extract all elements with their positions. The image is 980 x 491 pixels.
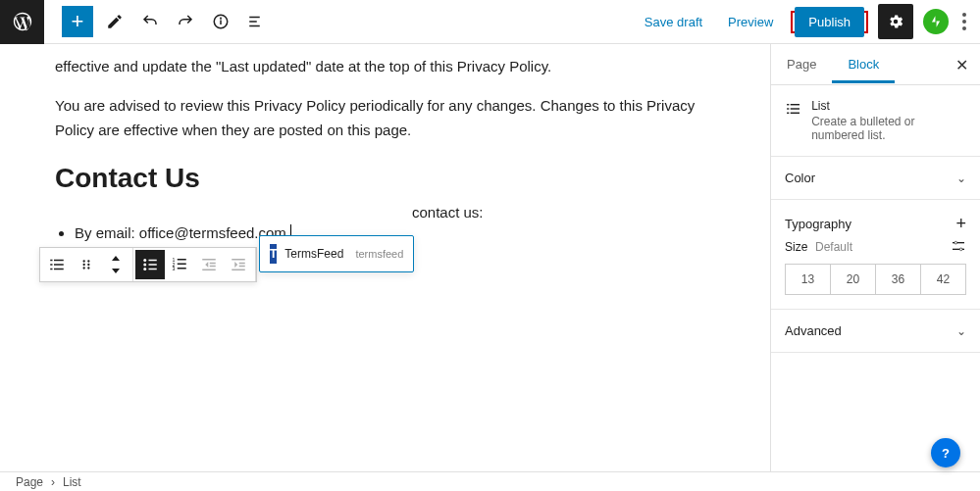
svg-rect-28 xyxy=(178,259,186,261)
svg-rect-41 xyxy=(787,104,789,105)
help-button[interactable]: ? xyxy=(931,438,960,467)
more-options-button[interactable] xyxy=(958,9,970,34)
contact-heading[interactable]: Contact Us xyxy=(55,163,711,194)
svg-rect-46 xyxy=(791,113,799,114)
drag-handle-icon[interactable] xyxy=(72,250,101,279)
block-toolbar: 123 xyxy=(39,247,257,282)
advanced-panel[interactable]: Advanced ⌄ xyxy=(771,310,980,353)
edit-mode-icon[interactable] xyxy=(101,8,129,35)
editor-canvas[interactable]: effective and update the "Last updated" … xyxy=(0,44,770,471)
svg-rect-14 xyxy=(54,269,64,270)
block-type-title: List xyxy=(811,99,966,113)
sliders-icon[interactable] xyxy=(951,238,966,254)
svg-rect-33 xyxy=(202,259,216,261)
sidebar-tabs: Page Block ✕ xyxy=(771,44,980,85)
undo-button[interactable] xyxy=(136,8,164,35)
svg-point-6 xyxy=(962,13,966,17)
size-label: Size xyxy=(785,240,807,254)
svg-point-8 xyxy=(962,26,966,30)
main-area: effective and update the "Last updated" … xyxy=(0,44,980,471)
svg-rect-26 xyxy=(149,269,157,270)
link-title: TermsFeed xyxy=(284,247,343,261)
gear-icon xyxy=(887,13,904,30)
svg-point-15 xyxy=(83,260,85,262)
size-36[interactable]: 36 xyxy=(876,265,921,294)
list-block-icon[interactable] xyxy=(42,250,72,279)
tab-block[interactable]: Block xyxy=(832,45,895,83)
breadcrumb-root[interactable]: Page xyxy=(16,475,43,489)
termsfeed-favicon: T xyxy=(270,244,277,264)
svg-rect-13 xyxy=(50,269,52,270)
publish-button[interactable]: Publish xyxy=(795,7,864,37)
paragraph-tail[interactable]: contact us: xyxy=(412,200,711,225)
svg-rect-43 xyxy=(787,108,789,109)
svg-point-2 xyxy=(221,18,222,19)
outdent-button[interactable] xyxy=(194,250,224,279)
svg-text:3: 3 xyxy=(173,266,176,271)
svg-rect-3 xyxy=(249,17,260,19)
svg-rect-42 xyxy=(791,104,799,105)
add-typography-button[interactable]: + xyxy=(955,214,966,234)
svg-rect-22 xyxy=(149,260,157,262)
svg-rect-9 xyxy=(50,260,52,262)
advanced-label: Advanced xyxy=(785,323,842,338)
indent-button[interactable] xyxy=(224,250,253,279)
vertical-dots-icon xyxy=(962,13,966,30)
svg-point-23 xyxy=(143,264,146,267)
svg-rect-4 xyxy=(249,21,257,23)
svg-rect-32 xyxy=(178,268,186,270)
svg-rect-35 xyxy=(210,266,216,268)
svg-point-17 xyxy=(83,264,85,266)
add-block-button[interactable]: + xyxy=(62,6,93,37)
jetpack-button[interactable] xyxy=(923,9,949,34)
svg-rect-30 xyxy=(178,264,186,266)
svg-point-21 xyxy=(143,259,146,262)
typography-panel: Typography + Size Default 13 20 36 42 xyxy=(771,200,980,310)
link-suggestion-popover[interactable]: T TermsFeed termsfeed xyxy=(259,235,414,272)
block-breadcrumb: Page › List xyxy=(0,471,980,491)
wordpress-logo[interactable] xyxy=(0,0,44,44)
size-default: Default xyxy=(815,240,852,254)
jetpack-icon xyxy=(929,15,943,28)
block-description-section: List Create a bulleted or numbered list. xyxy=(771,85,980,157)
outline-button[interactable] xyxy=(242,8,270,35)
svg-point-50 xyxy=(959,248,962,251)
breadcrumb-separator: › xyxy=(51,475,55,489)
topbar-left: + xyxy=(0,0,270,43)
unordered-list-button[interactable] xyxy=(135,250,165,279)
svg-rect-5 xyxy=(249,25,260,27)
svg-rect-11 xyxy=(50,264,52,266)
svg-point-16 xyxy=(87,260,89,262)
chevron-down-icon: ⌄ xyxy=(956,172,966,185)
size-42[interactable]: 42 xyxy=(921,265,965,294)
svg-rect-44 xyxy=(791,108,799,109)
tab-page[interactable]: Page xyxy=(771,45,832,83)
publish-highlight-box: Publish xyxy=(791,11,868,33)
svg-rect-40 xyxy=(232,270,245,271)
block-type-desc: Create a bulleted or numbered list. xyxy=(811,115,966,142)
settings-sidebar: Page Block ✕ List Create a bulleted or n… xyxy=(770,44,980,471)
breadcrumb-current[interactable]: List xyxy=(63,475,81,489)
svg-rect-39 xyxy=(239,266,245,268)
paragraph-review[interactable]: You are advised to review this Privacy P… xyxy=(55,93,711,143)
ordered-list-button[interactable]: 123 xyxy=(165,250,194,279)
close-sidebar-button[interactable]: ✕ xyxy=(955,56,968,74)
topbar-right: Save draft Preview Publish xyxy=(637,4,970,39)
preview-button[interactable]: Preview xyxy=(720,9,781,35)
size-13[interactable]: 13 xyxy=(786,265,831,294)
svg-rect-38 xyxy=(239,263,245,265)
save-draft-button[interactable]: Save draft xyxy=(637,9,710,35)
color-panel[interactable]: Color ⌄ xyxy=(771,157,980,200)
svg-rect-24 xyxy=(149,264,157,266)
size-20[interactable]: 20 xyxy=(831,265,876,294)
svg-rect-10 xyxy=(54,260,64,262)
info-button[interactable] xyxy=(207,8,234,35)
settings-button[interactable] xyxy=(878,4,913,39)
paragraph-fragment[interactable]: effective and update the "Last updated" … xyxy=(55,54,711,79)
svg-point-19 xyxy=(83,267,85,269)
move-updown-icon[interactable] xyxy=(101,250,130,279)
svg-point-18 xyxy=(87,264,89,266)
font-size-presets: 13 20 36 42 xyxy=(785,264,966,295)
redo-button[interactable] xyxy=(172,8,199,35)
link-subtitle: termsfeed xyxy=(355,248,403,260)
